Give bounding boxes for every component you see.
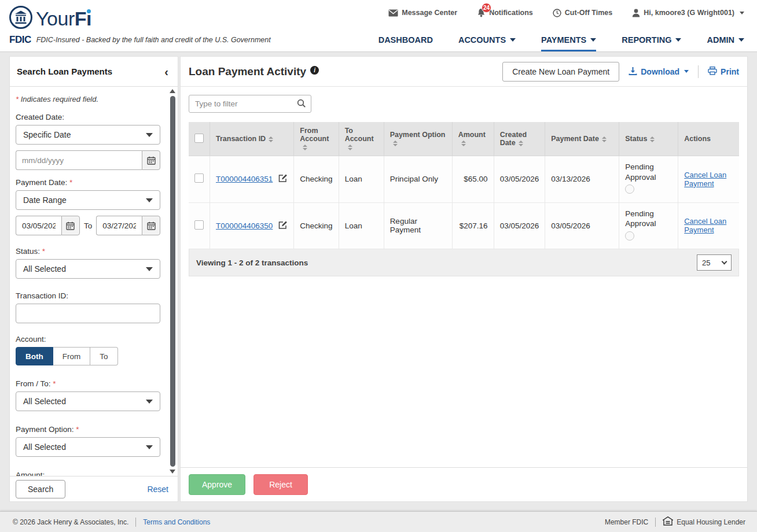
col-created-date[interactable]: Created Date xyxy=(494,122,545,156)
transaction-id-link[interactable]: T000004406350 xyxy=(216,221,273,230)
scroll-down-icon[interactable] xyxy=(170,470,175,474)
col-amount[interactable]: Amount xyxy=(452,122,494,156)
account-toggle-from[interactable]: From xyxy=(53,347,91,365)
print-button[interactable]: Print xyxy=(708,66,739,77)
to-label: To xyxy=(84,221,92,230)
terms-and-conditions-link[interactable]: Terms and Conditions xyxy=(143,518,210,526)
amount-cell: $207.16 xyxy=(452,202,494,249)
message-center-label: Message Center xyxy=(402,9,457,17)
table-filter-input[interactable] xyxy=(189,95,311,113)
payment-option-cell: Regular Payment xyxy=(384,202,452,249)
sidebar-scrollbar[interactable] xyxy=(169,89,176,474)
chevron-down-icon xyxy=(740,12,744,14)
divider xyxy=(135,518,136,527)
from-account-cell: Checking xyxy=(294,156,339,203)
account-toggle-to[interactable]: To xyxy=(90,347,117,365)
col-from-account[interactable]: From Account xyxy=(294,122,339,156)
message-center-button[interactable]: Message Center xyxy=(388,9,457,17)
brand-name: YourFı xyxy=(36,8,91,30)
page-title: Loan Payment Activity xyxy=(189,65,306,78)
status-cell: Pending Approval xyxy=(619,202,678,249)
chevron-down-icon xyxy=(510,38,516,42)
from-to-select[interactable]: All Selected xyxy=(16,391,160,411)
status-radio[interactable] xyxy=(625,231,634,241)
payment-date-from-input[interactable] xyxy=(16,216,61,235)
user-icon xyxy=(632,9,640,17)
edit-icon[interactable] xyxy=(278,220,288,231)
transaction-id-link[interactable]: T000004406351 xyxy=(216,175,273,183)
approve-button[interactable]: Approve xyxy=(189,474,245,495)
reject-button[interactable]: Reject xyxy=(253,474,308,495)
calendar-icon[interactable] xyxy=(142,216,160,235)
cutoff-times-button[interactable]: Cut-Off Times xyxy=(553,9,612,17)
calendar-icon[interactable] xyxy=(142,150,160,170)
divider xyxy=(698,65,699,78)
equal-housing-icon xyxy=(663,516,673,527)
row-checkbox[interactable] xyxy=(194,220,204,230)
status-select[interactable]: All Selected xyxy=(16,259,160,279)
row-checkbox[interactable] xyxy=(194,173,204,183)
amount-cell: $65.00 xyxy=(452,156,494,203)
info-icon[interactable]: i xyxy=(310,66,319,75)
search-icon[interactable] xyxy=(297,99,306,110)
payment-option-select[interactable]: All Selected xyxy=(16,437,160,457)
table-header-row: Transaction ID From Account To Account P… xyxy=(189,122,739,156)
amount-label: Amount: xyxy=(16,471,160,476)
created-date-select[interactable]: Specific Date xyxy=(16,125,160,145)
equal-housing-label: Equal Housing Lender xyxy=(677,518,745,526)
divider xyxy=(655,518,656,527)
transaction-id-label: Transaction ID: xyxy=(16,291,160,300)
col-payment-date[interactable]: Payment Date xyxy=(545,122,619,156)
payment-option-cell: Principal Only xyxy=(384,156,452,203)
page-size-select[interactable]: 25 xyxy=(697,254,732,271)
page-footer: © 2026 Jack Henry & Associates, Inc. Ter… xyxy=(0,511,757,532)
scrollbar-thumb[interactable] xyxy=(170,96,175,467)
search-button[interactable]: Search xyxy=(16,480,65,498)
edit-icon[interactable] xyxy=(278,173,288,184)
nav-reporting[interactable]: REPORTING xyxy=(622,35,681,51)
table-footer: Viewing 1 - 2 of 2 transactions 25 xyxy=(189,249,739,276)
cancel-loan-payment-link[interactable]: Cancel Loan Payment xyxy=(684,171,726,188)
col-status[interactable]: Status xyxy=(619,122,678,156)
nav-payments[interactable]: PAYMENTS xyxy=(541,35,596,51)
select-all-checkbox[interactable] xyxy=(194,134,204,143)
account-toggle-both[interactable]: Both xyxy=(16,347,53,365)
calendar-icon[interactable] xyxy=(61,216,80,235)
nav-admin[interactable]: ADMIN xyxy=(707,35,744,51)
sort-icon xyxy=(650,136,655,142)
collapse-sidebar-icon[interactable]: ‹ xyxy=(164,66,168,77)
col-to-account[interactable]: To Account xyxy=(339,122,384,156)
download-icon xyxy=(629,66,637,77)
create-new-loan-payment-button[interactable]: Create New Loan Payment xyxy=(502,62,619,82)
notifications-button[interactable]: 24 Notifications xyxy=(477,8,533,17)
payment-date-select[interactable]: Date Range xyxy=(16,190,160,210)
transaction-id-input[interactable] xyxy=(16,304,160,323)
user-menu[interactable]: Hi, kmoore3 (G Wright001) xyxy=(632,9,744,17)
status-radio[interactable] xyxy=(625,184,634,194)
search-sidebar: Search Loan Payments ‹ * Indicates requi… xyxy=(9,56,178,502)
notification-count-badge: 24 xyxy=(482,3,491,13)
download-button[interactable]: Download xyxy=(629,66,689,77)
reset-link[interactable]: Reset xyxy=(147,485,168,494)
brand-logo[interactable]: YourFı xyxy=(8,5,271,32)
table-row: T000004406351 Checking Loan Principal On… xyxy=(189,156,739,203)
cancel-loan-payment-link[interactable]: Cancel Loan Payment xyxy=(684,217,726,234)
sort-icon xyxy=(461,141,466,146)
status-cell: Pending Approval xyxy=(619,156,678,203)
col-transaction-id[interactable]: Transaction ID xyxy=(210,122,294,156)
table-row: T000004406350 Checking Loan Regular Paym… xyxy=(189,202,739,249)
chevron-down-icon xyxy=(590,38,596,42)
transactions-table: Transaction ID From Account To Account P… xyxy=(189,122,739,249)
sidebar-form: * Indicates required field. Created Date… xyxy=(10,87,178,476)
nav-dashboard[interactable]: DASHBOARD xyxy=(378,35,433,51)
payment-date-to-input[interactable] xyxy=(96,216,142,235)
sort-icon xyxy=(602,136,607,142)
scroll-up-icon[interactable] xyxy=(170,89,175,93)
created-date-input[interactable] xyxy=(16,150,142,170)
sort-icon xyxy=(519,141,523,146)
status-label: Status: * xyxy=(16,247,160,256)
logo-i-dot xyxy=(87,9,91,13)
nav-accounts[interactable]: ACCOUNTS xyxy=(458,35,516,51)
loan-payment-activity-panel: Loan Payment Activity i Create New Loan … xyxy=(180,56,748,502)
col-payment-option[interactable]: Payment Option xyxy=(384,122,452,156)
